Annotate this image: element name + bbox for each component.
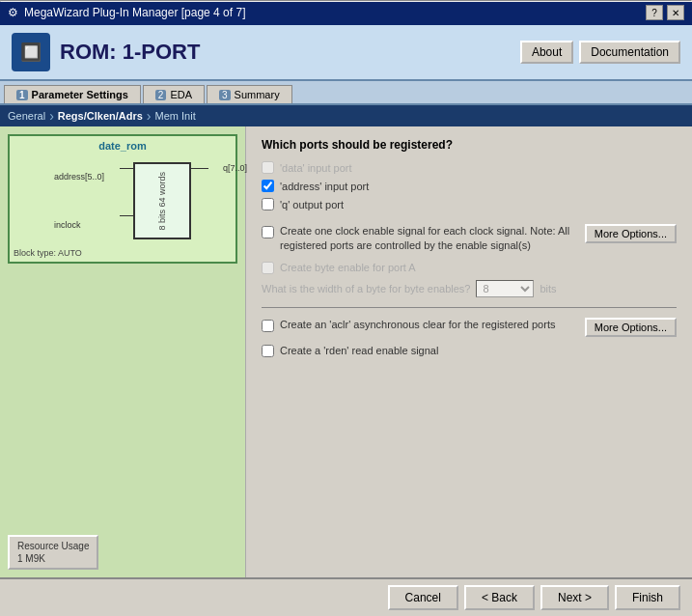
tab-label-3: Summary	[235, 89, 280, 100]
byte-width-select[interactable]: 8	[476, 280, 534, 297]
step-general[interactable]: General	[8, 110, 45, 122]
resource-box: Resource Usage 1 M9K	[8, 535, 98, 570]
resource-title: Resource Usage	[17, 541, 89, 551]
clock-enable-checkbox[interactable]	[262, 226, 274, 238]
bottom-divider	[0, 0, 692, 2]
documentation-button[interactable]: Documentation	[579, 41, 680, 64]
next-button[interactable]: Next >	[540, 585, 609, 610]
dialog-header: 🔲 ROM: 1-PORT About Documentation	[0, 25, 692, 81]
byte-width-unit: bits	[540, 283, 556, 294]
diagram-chip: 8 bits 64 words	[133, 162, 191, 239]
tab-label-1: Parameter Settings	[32, 89, 128, 100]
tab-num-2: 2	[155, 90, 167, 100]
header-title-area: 🔲 ROM: 1-PORT	[12, 33, 200, 71]
separator-1	[262, 307, 677, 308]
byte-width-question: What is the width of a byte for byte ena…	[262, 283, 470, 294]
aclr-label: Create an 'aclr' asynchronous clear for …	[280, 318, 555, 332]
address-port-label: 'address' input port	[280, 181, 369, 192]
block-type: Block type: AUTO	[14, 248, 232, 258]
tab-num-1: 1	[16, 90, 28, 100]
chip-label: 8 bits 64 words	[157, 172, 167, 231]
back-button[interactable]: < Back	[464, 585, 535, 610]
aclr-checkbox[interactable]	[262, 320, 274, 332]
byte-width-row: What is the width of a byte for byte ena…	[262, 280, 677, 297]
step-general-label: General	[8, 110, 45, 122]
finish-button[interactable]: Finish	[615, 585, 680, 610]
clock-enable-label: Create one clock enable signal for each …	[280, 224, 585, 254]
about-button[interactable]: About	[520, 41, 573, 64]
q-port-label: 'q' output port	[280, 199, 344, 210]
diagram-inner: address[5..0] inclock 8 bits 64 words	[14, 157, 232, 244]
pin-inclock: inclock	[54, 220, 104, 230]
ports-question: Which ports should be registered?	[262, 138, 677, 152]
diagram-title: date_rom	[14, 140, 232, 152]
aclr-left: Create an 'aclr' asynchronous clear for …	[262, 318, 585, 332]
tab-eda[interactable]: 2 EDA	[143, 85, 205, 103]
pin-q: q[7..0]	[223, 163, 247, 173]
content-area: date_rom address[5..0] inclock 8 bit	[0, 126, 692, 577]
rom-icon: 🔲	[12, 33, 50, 71]
step-regs-label: Regs/Clken/Adrs	[58, 110, 143, 122]
clock-enable-left: Create one clock enable signal for each …	[262, 224, 585, 254]
bottom-bar: Cancel < Back Next > Finish	[0, 577, 692, 616]
tab-num-3: 3	[219, 90, 231, 100]
rden-checkbox[interactable]	[262, 345, 274, 357]
clock-enable-section: Create one clock enable signal for each …	[262, 224, 677, 254]
step-mem-init-label: Mem Init	[155, 110, 196, 122]
right-panel: Which ports should be registered? 'data'…	[246, 126, 692, 577]
tab-label-2: EDA	[170, 89, 192, 100]
title-bar-left: ⚙ MegaWizard Plug-In Manager [page 4 of …	[8, 6, 245, 19]
resource-value: 1 M9K	[17, 553, 89, 564]
address-port-row: 'address' input port	[262, 180, 677, 192]
pin-address: address[5..0]	[54, 172, 104, 182]
cancel-button[interactable]: Cancel	[388, 585, 458, 610]
byte-enable-row: Create byte enable for port A	[262, 262, 677, 274]
data-port-label: 'data' input port	[280, 162, 352, 174]
dialog: 🔲 ROM: 1-PORT About Documentation 1 Para…	[0, 25, 692, 616]
q-port-checkbox[interactable]	[262, 198, 274, 210]
more-options-1-button[interactable]: More Options...	[585, 224, 677, 243]
tab-summary[interactable]: 3 Summary	[207, 85, 292, 103]
byte-enable-checkbox[interactable]	[262, 262, 274, 274]
diagram-box: date_rom address[5..0] inclock 8 bit	[8, 134, 237, 264]
byte-enable-label: Create byte enable for port A	[280, 262, 416, 273]
left-panel: date_rom address[5..0] inclock 8 bit	[0, 126, 246, 577]
tab-parameter-settings[interactable]: 1 Parameter Settings	[4, 85, 141, 103]
title-bar-controls: ? ✕	[646, 5, 684, 20]
step-arrow-2: ›	[147, 108, 152, 124]
more-options-2-button[interactable]: More Options...	[585, 318, 677, 337]
page-title: ROM: 1-PORT	[60, 40, 200, 65]
title-bar-text: MegaWizard Plug-In Manager [page 4 of 7]	[24, 6, 245, 19]
help-button[interactable]: ?	[646, 5, 663, 20]
header-buttons: About Documentation	[520, 41, 680, 64]
q-port-row: 'q' output port	[262, 198, 677, 210]
step-mem-init[interactable]: Mem Init	[155, 110, 196, 122]
data-port-row: 'data' input port	[262, 161, 677, 174]
aclr-section: Create an 'aclr' asynchronous clear for …	[262, 318, 677, 337]
close-button[interactable]: ✕	[667, 5, 684, 20]
data-port-checkbox[interactable]	[262, 161, 274, 174]
address-port-checkbox[interactable]	[262, 180, 274, 192]
step-regs[interactable]: Regs/Clken/Adrs	[58, 110, 143, 122]
steps-nav: General › Regs/Clken/Adrs › Mem Init	[0, 105, 692, 126]
app-icon: ⚙	[8, 6, 18, 19]
rden-label: Create a 'rden' read enable signal	[280, 345, 438, 356]
title-bar: ⚙ MegaWizard Plug-In Manager [page 4 of …	[0, 0, 692, 25]
rden-row: Create a 'rden' read enable signal	[262, 345, 677, 357]
step-arrow-1: ›	[49, 108, 54, 124]
tabs-row: 1 Parameter Settings 2 EDA 3 Summary	[0, 81, 692, 105]
